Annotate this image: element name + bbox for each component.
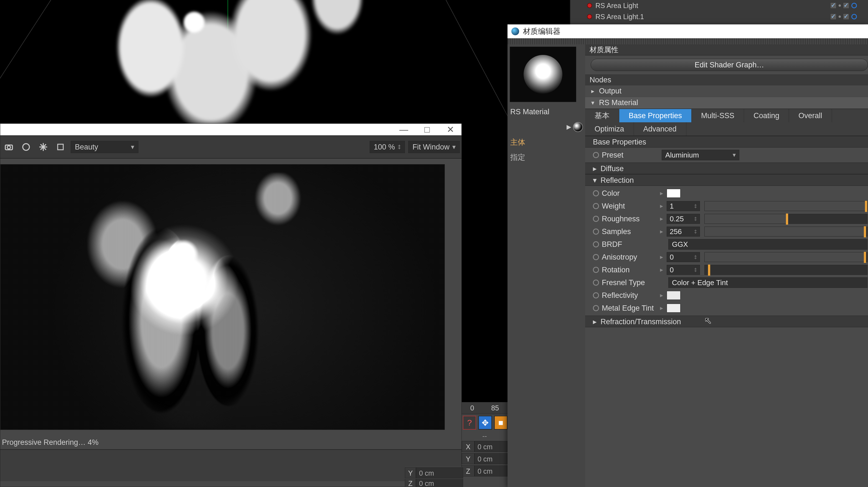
link-icon[interactable]: ▸ xyxy=(660,305,664,312)
samples-field[interactable]: 256‡ xyxy=(666,226,700,237)
fresnel-dropdown[interactable]: Color + Edge Tint xyxy=(668,277,867,288)
scene-tree[interactable]: RS Area Light RS Area Light.1 RS Area Li… xyxy=(570,0,868,24)
chevron-right-icon: ▸ xyxy=(593,164,597,173)
prop-rotation: Rotation ▸ 0‡ xyxy=(587,264,868,276)
anisotropy-slider[interactable] xyxy=(704,252,867,262)
viewport-3d[interactable] xyxy=(0,0,568,123)
prop-label: Reflectivity xyxy=(602,291,657,300)
keyframe-toggle[interactable] xyxy=(593,152,599,158)
keyframe-toggle[interactable] xyxy=(593,279,599,286)
keyframe-toggle[interactable] xyxy=(593,267,599,273)
color-swatch[interactable] xyxy=(666,291,681,300)
link-icon[interactable]: ▸ xyxy=(660,203,664,210)
scene-tree-item[interactable]: RS Area Light.1 xyxy=(570,11,868,22)
coord-val[interactable]: 0 cm xyxy=(474,465,507,477)
roughness-slider[interactable] xyxy=(704,214,867,224)
zoom-field[interactable]: 100 % xyxy=(370,141,405,153)
minimize-button[interactable]: — xyxy=(400,126,407,133)
scene-tree-item[interactable]: RS Area Light xyxy=(570,0,868,11)
region-icon[interactable] xyxy=(54,140,67,154)
link-icon[interactable]: ▸ xyxy=(660,266,664,273)
left-tab-main[interactable]: 主体 xyxy=(510,137,582,147)
coord-val[interactable]: 0 cm xyxy=(474,453,507,464)
roughness-field[interactable]: 0.25‡ xyxy=(666,214,700,224)
keyframe-toggle[interactable] xyxy=(593,292,599,298)
camera-icon[interactable] xyxy=(2,140,16,154)
circle-icon[interactable] xyxy=(19,140,33,154)
fit-dropdown[interactable]: Fit Window xyxy=(408,141,460,153)
color-swatch[interactable] xyxy=(666,304,681,312)
visibility-toggle[interactable] xyxy=(830,13,836,20)
svg-point-2 xyxy=(23,144,29,150)
snowflake-icon[interactable] xyxy=(36,140,50,154)
tab-advanced[interactable]: Advanced xyxy=(634,122,686,135)
visibility-toggle[interactable] xyxy=(830,2,836,9)
coord-z[interactable]: Z 0 cm xyxy=(405,479,463,487)
anisotropy-field[interactable]: 0‡ xyxy=(666,252,700,262)
group-diffuse[interactable]: ▸ Diffuse xyxy=(585,162,868,174)
node-rsmaterial[interactable]: ▾ RS Material xyxy=(585,97,868,109)
render-toggle[interactable] xyxy=(843,13,849,20)
tag-icon[interactable] xyxy=(851,14,857,20)
node-output[interactable]: ▸ Output xyxy=(585,85,868,97)
brdf-dropdown[interactable]: GGX xyxy=(668,239,867,250)
record-button[interactable]: ■ xyxy=(494,416,507,430)
link-icon[interactable]: ▸ xyxy=(660,190,664,197)
coord-val[interactable]: 0 cm xyxy=(416,467,463,478)
tab-multi-sss[interactable]: Multi-SSS xyxy=(692,109,744,122)
group-reflection[interactable]: ▾ Reflection xyxy=(585,174,868,186)
coord-y[interactable]: Y 0 cm xyxy=(405,467,463,479)
rotation-field[interactable]: 0‡ xyxy=(666,265,700,275)
window-titlebar[interactable]: 材质编辑器 xyxy=(507,24,868,38)
preset-dropdown[interactable]: Aluminium xyxy=(662,150,739,160)
coord-val[interactable]: 0 cm xyxy=(474,441,507,452)
help-button[interactable]: ? xyxy=(463,416,476,430)
material-name[interactable]: RS Material xyxy=(507,104,585,120)
maximize-button[interactable]: □ xyxy=(424,126,430,133)
keyframe-toggle[interactable] xyxy=(593,229,599,235)
coord-cap: X xyxy=(462,441,474,452)
group-refraction[interactable]: ▸ Refraction/Transmission xyxy=(585,315,868,327)
tab-overall[interactable]: Overall xyxy=(789,109,832,122)
chevron-right-icon[interactable]: ▶ xyxy=(566,123,571,131)
samples-slider[interactable] xyxy=(704,226,867,237)
aov-dropdown[interactable]: Beauty xyxy=(71,141,138,153)
edit-shader-button[interactable]: Edit Shader Graph… xyxy=(591,59,868,71)
property-tabstrip: 基本 Base Properties Multi-SSS Coating Ove… xyxy=(585,109,868,136)
coord-x[interactable]: X 0 cm xyxy=(462,440,507,453)
tag-icon[interactable] xyxy=(851,3,857,8)
weight-slider[interactable] xyxy=(704,201,867,211)
link-icon[interactable]: ▸ xyxy=(660,215,664,222)
link-icon[interactable]: ▸ xyxy=(660,253,664,261)
render-output[interactable] xyxy=(0,164,445,430)
prop-label: Rotation xyxy=(602,266,657,274)
tab-base-properties[interactable]: Base Properties xyxy=(619,109,692,122)
window-grip[interactable] xyxy=(507,38,868,44)
weight-field[interactable]: 1‡ xyxy=(666,201,700,211)
tab-basic[interactable]: 基本 xyxy=(585,109,619,122)
material-preview[interactable] xyxy=(510,47,576,102)
close-button[interactable]: ✕ xyxy=(447,126,454,133)
move-tool-button[interactable]: ✥ xyxy=(478,416,492,430)
timeline-ruler[interactable]: 0 85 xyxy=(462,402,507,414)
link-icon[interactable]: ▸ xyxy=(660,292,664,299)
left-tab-assign[interactable]: 指定 xyxy=(510,152,582,162)
render-toggle[interactable] xyxy=(843,2,849,9)
keyframe-toggle[interactable] xyxy=(593,254,599,260)
globe-icon[interactable] xyxy=(573,122,583,132)
coord-val[interactable]: 0 cm xyxy=(416,479,463,487)
color-swatch[interactable] xyxy=(666,189,681,198)
keyframe-toggle[interactable] xyxy=(593,305,599,311)
keyframe-toggle[interactable] xyxy=(593,216,599,222)
tab-optimization[interactable]: Optimiza xyxy=(585,122,634,135)
keyframe-toggle[interactable] xyxy=(593,190,599,196)
tab-coating[interactable]: Coating xyxy=(744,109,789,122)
link-icon[interactable]: ▸ xyxy=(660,228,664,235)
coord-z[interactable]: Z 0 cm xyxy=(462,465,507,477)
rotation-slider[interactable] xyxy=(704,265,867,275)
window-titlebar[interactable]: — □ ✕ xyxy=(0,124,461,135)
prop-samples: Samples ▸ 256‡ xyxy=(587,225,868,238)
coord-y[interactable]: Y 0 cm xyxy=(462,453,507,465)
keyframe-toggle[interactable] xyxy=(593,203,599,209)
keyframe-toggle[interactable] xyxy=(593,241,599,247)
